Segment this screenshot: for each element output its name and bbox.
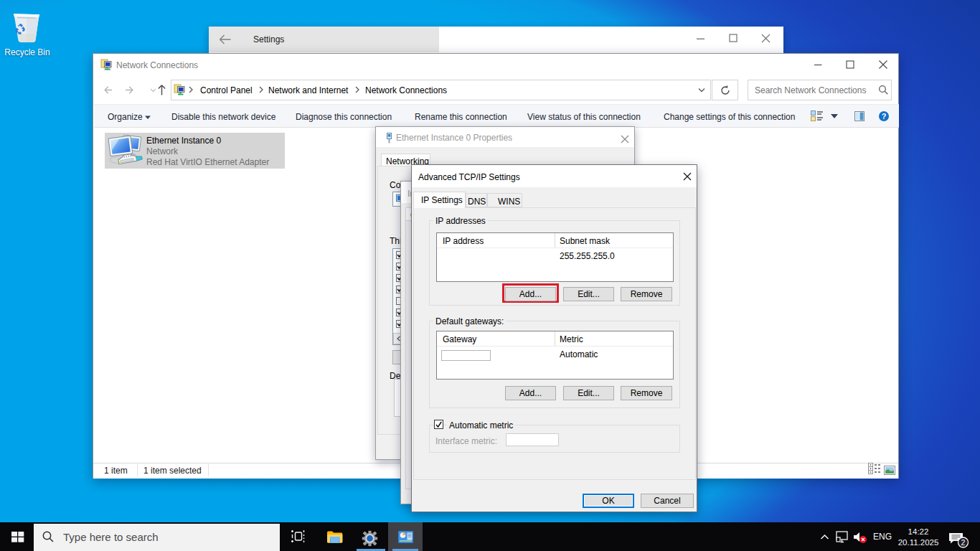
svg-text:2: 2 (961, 538, 966, 547)
